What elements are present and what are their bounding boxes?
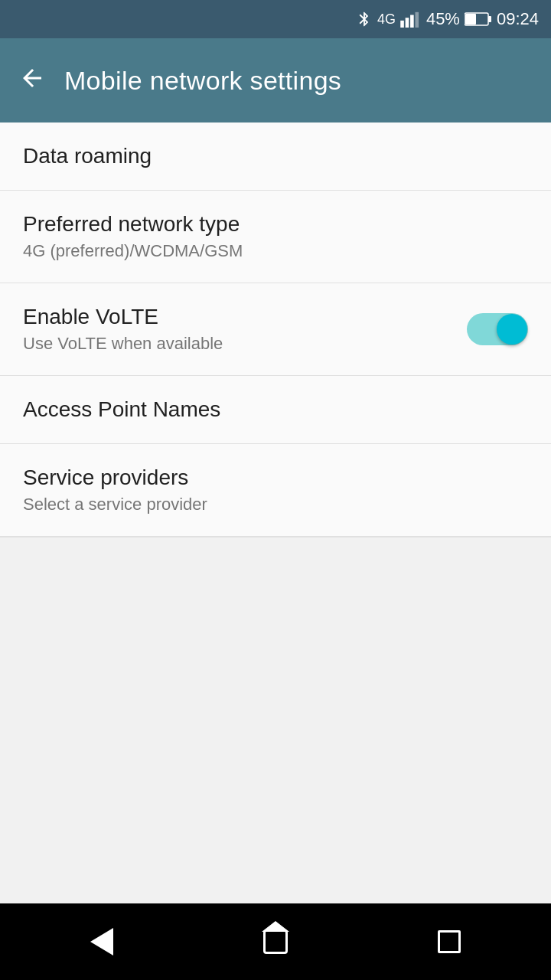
nav-back-button[interactable]	[71, 919, 132, 965]
status-icons: 4G 45% 09:24	[356, 9, 539, 29]
settings-content: Data roaming Preferred network type 4G (…	[0, 122, 551, 537]
svg-rect-5	[488, 16, 491, 22]
time-label: 09:24	[497, 9, 539, 29]
app-bar: Mobile network settings	[0, 38, 551, 122]
nav-home-button[interactable]	[245, 919, 306, 965]
data-roaming-item[interactable]: Data roaming	[0, 122, 551, 191]
preferred-network-subtitle: 4G (preferred)/WCDMA/GSM	[23, 241, 243, 261]
data-roaming-title: Data roaming	[23, 144, 152, 168]
volte-toggle[interactable]	[467, 313, 528, 345]
svg-rect-6	[465, 14, 476, 24]
bluetooth-icon	[356, 9, 373, 29]
access-point-names-item[interactable]: Access Point Names	[0, 376, 551, 444]
enable-volte-item[interactable]: Enable VoLTE Use VoLTE when available	[0, 283, 551, 376]
nav-recents-icon	[438, 930, 461, 953]
nav-recents-button[interactable]	[419, 919, 480, 965]
nav-bar	[0, 903, 551, 980]
preferred-network-title: Preferred network type	[23, 212, 243, 237]
service-providers-title: Service providers	[23, 466, 207, 490]
enable-volte-subtitle: Use VoLTE when available	[23, 334, 223, 354]
battery-label: 45%	[426, 9, 460, 29]
service-providers-subtitle: Select a service provider	[23, 495, 207, 514]
nav-home-icon	[263, 929, 288, 954]
service-providers-item[interactable]: Service providers Select a service provi…	[0, 444, 551, 537]
battery-icon	[465, 11, 492, 27]
back-button[interactable]	[18, 64, 46, 96]
nav-back-icon	[90, 928, 113, 956]
svg-rect-1	[406, 18, 409, 28]
volte-toggle-container	[467, 313, 528, 345]
app-bar-title: Mobile network settings	[64, 66, 341, 96]
svg-rect-0	[400, 21, 404, 28]
volte-toggle-knob	[497, 314, 527, 345]
svg-rect-3	[415, 12, 419, 28]
bottom-divider	[0, 537, 551, 537]
svg-rect-2	[410, 15, 414, 28]
preferred-network-type-item[interactable]: Preferred network type 4G (preferred)/WC…	[0, 191, 551, 283]
access-point-names-title: Access Point Names	[23, 397, 220, 422]
signal-icon	[400, 11, 422, 28]
enable-volte-title: Enable VoLTE	[23, 305, 223, 329]
network-type-label: 4G	[377, 11, 396, 28]
status-bar: 4G 45% 09:24	[0, 0, 551, 38]
